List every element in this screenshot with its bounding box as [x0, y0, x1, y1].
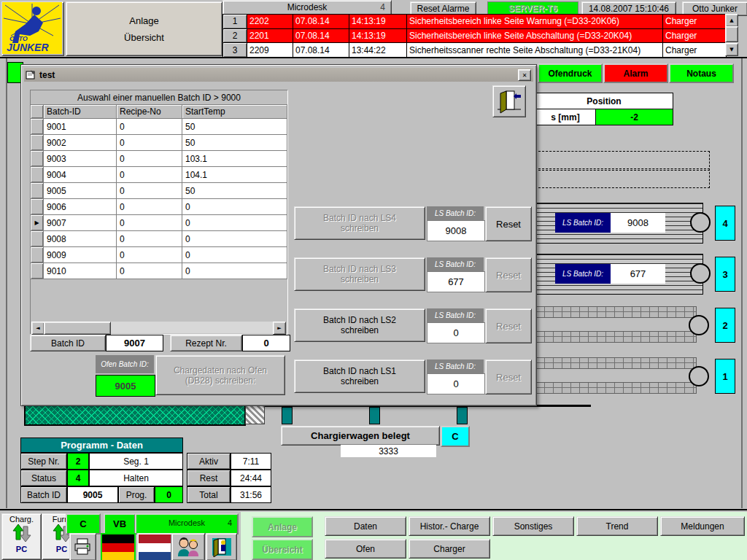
- write-oven-button[interactable]: Chargedaten nach Ofen (DB28) schreiben:: [155, 355, 285, 395]
- table-hscrollbar[interactable]: ◄ ►: [31, 322, 286, 333]
- table-row[interactable]: 9003 0 103.1: [31, 151, 287, 167]
- top-bar: OTTO JUNKER Anlage Übersicht Microdesk 4…: [0, 0, 747, 58]
- vb-mode-button[interactable]: VB: [104, 513, 136, 534]
- table-row-selected[interactable]: ▶ 9007 0 0: [31, 215, 287, 231]
- scroll-thumb[interactable]: [725, 26, 738, 42]
- exit-door-icon: [496, 89, 522, 114]
- charger-c-button[interactable]: C: [441, 426, 470, 447]
- alarm-code: 2201: [247, 29, 293, 43]
- table-row[interactable]: 9001 0 50: [31, 119, 287, 135]
- c-mode-button[interactable]: C: [66, 513, 101, 534]
- nav-daten-button[interactable]: Daten: [325, 516, 406, 536]
- ofendruck-button[interactable]: Ofendruck: [538, 63, 603, 83]
- position-title: Position: [535, 93, 673, 109]
- dutch-flag-button[interactable]: [137, 533, 172, 560]
- microdesk-button[interactable]: Microdesk 4: [135, 513, 239, 534]
- ls2-reset-button[interactable]: Reset: [485, 308, 532, 343]
- batch-id-value: 9007: [106, 335, 163, 351]
- ls4-reset-button[interactable]: Reset: [485, 206, 532, 241]
- ls2-batch-label: LS Batch ID:: [427, 308, 484, 322]
- nav-anlage-button[interactable]: Anlage: [252, 516, 313, 537]
- ls-batch-value: 9008: [611, 213, 665, 233]
- table-row[interactable]: 9002 0 50: [31, 135, 287, 151]
- step-label: Step Nr.: [20, 453, 67, 470]
- alarm-num: 2: [223, 29, 247, 43]
- table-row[interactable]: 9008 0 0: [31, 231, 287, 247]
- exit-button[interactable]: [206, 533, 237, 560]
- nav-histor-charge-button[interactable]: Histor.- Charge: [409, 516, 490, 536]
- rail-post: [282, 407, 293, 424]
- ls1-reset-button[interactable]: Reset: [485, 359, 532, 394]
- rezept-label: Rezept Nr.: [170, 335, 242, 351]
- flag-stripe: [139, 552, 171, 560]
- alarm-row[interactable]: 1 2202 07.08.14 14:13:19 Sicherheitsbere…: [223, 15, 726, 28]
- line-2-number: 2: [715, 308, 735, 343]
- alarm-source: Charger: [663, 29, 726, 43]
- write-ls4-button[interactable]: Batch ID nach LS4 schreiben: [294, 206, 425, 240]
- nav-uebersicht-button[interactable]: Übersicht: [252, 539, 313, 560]
- batch-table-caption: Auswahl einer manuellen Batch ID > 9000: [31, 90, 287, 105]
- nav-ofen-button[interactable]: Ofen: [325, 539, 406, 559]
- table-row[interactable]: 9010 0 0: [31, 263, 287, 279]
- alarm-row[interactable]: 2 2201 07.08.14 14:13:19 Sicherheitsbere…: [223, 28, 726, 43]
- nav-meldungen-button[interactable]: Meldungen: [660, 516, 745, 536]
- alarm-num: 3: [223, 43, 247, 57]
- table-row[interactable]: 9006 0 0: [31, 199, 287, 215]
- charger-pc-title: Charg.: [2, 515, 41, 524]
- page-title-panel: Anlage Übersicht: [66, 1, 222, 56]
- col-header-start-temp[interactable]: StartTemp: [182, 105, 287, 119]
- col-header-batch-id[interactable]: Batch-ID: [44, 105, 117, 119]
- batch-id-label: Batch ID: [30, 335, 106, 351]
- dialog-titlebar[interactable]: test ✕: [24, 68, 533, 82]
- write-ls2-button[interactable]: Batch ID nach LS2 schreiben: [294, 308, 425, 342]
- alarm-button[interactable]: Alarm: [603, 63, 668, 83]
- conveyor-line-1: [535, 357, 697, 394]
- status-label: Status: [20, 470, 67, 486]
- logo-button[interactable]: OTTO JUNKER: [1, 1, 64, 56]
- scroll-right-button[interactable]: ►: [273, 322, 286, 335]
- charger-status-label: Chargierwagen belegt: [281, 426, 440, 446]
- write-ls1-button[interactable]: Batch ID nach LS1 schreiben: [294, 359, 425, 393]
- notaus-button[interactable]: Notaus: [669, 63, 734, 83]
- close-icon[interactable]: ✕: [518, 69, 531, 81]
- nav-trend-button[interactable]: Trend: [576, 516, 658, 536]
- ls4-batch-value: 9008: [427, 220, 485, 241]
- ls-batch-label: LS Batch ID:: [555, 213, 611, 233]
- prog-value: 0: [155, 486, 183, 503]
- print-button[interactable]: [69, 533, 96, 560]
- ls3-batch-value: 677: [427, 271, 485, 292]
- aktiv-label: Aktiv: [187, 453, 231, 470]
- table-row[interactable]: 9009 0 0: [31, 247, 287, 263]
- col-header-recipe-no[interactable]: Recipe-No: [117, 105, 182, 119]
- alarm-row[interactable]: 3 2209 07.08.14 13:44:22 Sicherheitsscan…: [223, 42, 726, 57]
- flag-stripe: [102, 552, 134, 560]
- alarm-message: Sicherheitsbereich linke Seite Warnung (…: [407, 15, 663, 28]
- charger-pc-sub: PC: [2, 545, 41, 553]
- german-flag-button[interactable]: [101, 533, 136, 560]
- scroll-up-button[interactable]: ▲: [725, 14, 738, 27]
- flag-stripe: [102, 534, 134, 543]
- users-button[interactable]: [171, 533, 205, 560]
- row-pointer-icon: ▶: [31, 215, 44, 231]
- dialog-icon: [26, 69, 36, 80]
- ls1-batch-value: 0: [427, 373, 485, 394]
- charger-value: 3333: [341, 445, 436, 457]
- scroll-down-button[interactable]: ▼: [725, 43, 738, 56]
- alarm-date: 07.08.14: [293, 15, 349, 28]
- dialog-exit-button[interactable]: [492, 85, 526, 117]
- alarm-scrollbar[interactable]: ▲ ▼: [725, 14, 738, 56]
- ls3-reset-button[interactable]: Reset: [485, 257, 532, 292]
- charger-pc-button[interactable]: Charg. PC: [1, 513, 42, 560]
- flag-stripe: [139, 543, 171, 552]
- nav-charger-button[interactable]: Charger: [409, 539, 490, 559]
- scroll-left-button[interactable]: ◄: [31, 322, 44, 335]
- ls1-batch-label: LS Batch ID:: [427, 359, 484, 373]
- position-label: s [mm]: [535, 109, 596, 125]
- write-ls3-button[interactable]: Batch ID nach LS3 schreiben: [294, 257, 425, 291]
- buffer-zone-outline: [535, 151, 710, 171]
- table-row[interactable]: 9005 0 50: [31, 183, 287, 199]
- nav-sonstiges-button[interactable]: Sonstiges: [492, 516, 574, 536]
- total-value: 31:56: [231, 486, 271, 503]
- hscroll-thumb[interactable]: [44, 322, 111, 335]
- table-row[interactable]: 9004 0 104.1: [31, 167, 287, 183]
